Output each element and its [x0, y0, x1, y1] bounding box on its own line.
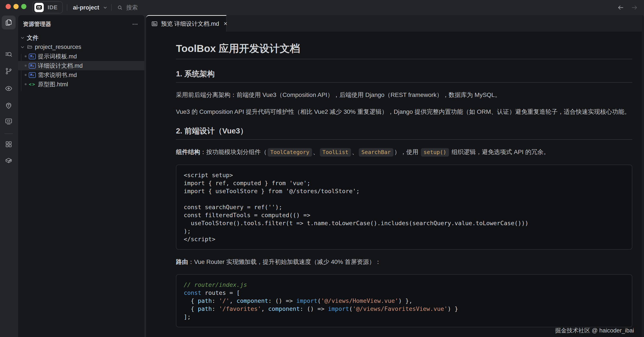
file-status-dot: [25, 83, 26, 85]
arrow-right-icon: [631, 4, 638, 11]
forward-button[interactable]: [630, 3, 639, 12]
tree-file-row[interactable]: M↓需求说明书.md: [18, 70, 144, 80]
chevron-down-icon: [20, 36, 25, 40]
sidebar-header: 资源管理器: [18, 15, 144, 32]
activity-extensions-button[interactable]: [2, 137, 16, 151]
file-tree: 文件project_resourcesM↓提示词模板.mdM↓详细设计文档.md…: [18, 33, 144, 89]
file-status-dot: [25, 55, 26, 57]
activity-search-button[interactable]: [2, 48, 16, 62]
code-line: { path: '/', component: () => import('@/…: [184, 297, 624, 305]
file-label: 需求说明书.md: [38, 71, 77, 79]
code-line: [184, 195, 624, 203]
chevron-down-icon: [20, 45, 25, 49]
titlebar-divider: [67, 4, 67, 11]
tree-file-row[interactable]: <>原型图.html: [18, 80, 144, 89]
code-line: import { useToolStore } from '@/stores/t…: [184, 187, 624, 195]
code-line: </script>: [184, 235, 624, 243]
activity-ai-preview-button[interactable]: [2, 81, 16, 95]
tree-folder-row[interactable]: 文件: [18, 33, 144, 42]
more-actions-button[interactable]: [132, 21, 138, 27]
activity-bar-divider: [4, 133, 13, 134]
git-branch-icon: [5, 67, 12, 75]
bold-text: 组件结构: [176, 149, 200, 155]
doc-paragraph: Vue3 的 Composition API 提升代码可维护性（相比 Vue2 …: [176, 107, 632, 116]
code-line: const filteredTools = computed(() =>: [184, 211, 624, 219]
code-line: <script setup>: [184, 171, 624, 179]
tab-bar: 预览 详细设计文档.md ×: [146, 15, 644, 31]
activity-remote-button[interactable]: [2, 114, 16, 128]
code-line: useToolStore().tools.filter(t => t.name.…: [184, 219, 624, 227]
doc-paragraph: 路由：Vue Router 实现懒加载，提升初始加载速度（减少 40% 首屏资源…: [176, 257, 632, 267]
markdown-file-icon: M↓: [29, 72, 36, 78]
file-label: 原型图.html: [38, 80, 68, 88]
preview-icon: [151, 20, 158, 27]
tab-close-button[interactable]: ×: [224, 20, 228, 27]
file-status-dot: [25, 65, 26, 67]
inline-code: ToolList: [320, 148, 351, 157]
doc-heading-h1: ToolBox 应用开发设计文档: [176, 42, 632, 59]
sidebar-title: 资源管理器: [23, 20, 51, 28]
code-line: // router/index.js: [184, 281, 624, 289]
file-status-dot: [25, 74, 26, 76]
tree-folder-row[interactable]: project_resources: [18, 42, 144, 52]
tree-file-row[interactable]: M↓详细设计文档.md: [18, 61, 144, 70]
tab-preview-design-doc[interactable]: 预览 详细设计文档.md ×: [146, 15, 226, 31]
markdown-file-icon: M↓: [29, 63, 36, 68]
bold-text: 路由: [176, 259, 188, 265]
file-label: 详细设计文档.md: [38, 62, 83, 70]
markdown-preview: ToolBox 应用开发设计文档1. 系统架构采用前后端分离架构：前端使用 Vu…: [146, 31, 642, 337]
project-switcher[interactable]: ai-project: [73, 3, 108, 12]
scrollbar-track[interactable]: [642, 15, 644, 337]
html-file-icon: <>: [29, 82, 36, 87]
chevron-down-icon: [103, 5, 108, 10]
activity-debug-button[interactable]: [2, 99, 16, 113]
activity-packages-button[interactable]: [2, 154, 16, 167]
markdown-file-icon: M↓: [29, 54, 36, 59]
tab-title: 预览 详细设计文档.md: [161, 20, 219, 28]
code-line: const routes = [: [184, 289, 624, 297]
code-line: );: [184, 227, 624, 235]
window-controls: [6, 4, 26, 9]
search-icon: [117, 5, 123, 10]
activity-explorer-button[interactable]: [2, 15, 16, 29]
code-line: ];: [184, 313, 624, 321]
search-button[interactable]: 搜索: [117, 3, 138, 12]
folder-open-icon: [27, 44, 33, 50]
doc-paragraph: 采用前后端分离架构：前端使用 Vue3（Composition API），后端使…: [176, 90, 632, 99]
code-line: import { ref, computed } from 'vue';: [184, 179, 624, 187]
package-box-icon: [5, 157, 12, 164]
app-logo-icon: [34, 3, 44, 12]
minimize-window-button[interactable]: [14, 4, 18, 9]
code-line: const searchQuery = ref('');: [184, 203, 624, 211]
close-window-button[interactable]: [6, 4, 11, 9]
titlebar-divider: [111, 4, 112, 11]
doc-paragraph: 组件结构：按功能模块划分组件（ToolCategory、ToolList、Sea…: [176, 148, 632, 157]
ellipsis-icon: [132, 21, 138, 27]
arrow-left-icon: [617, 4, 624, 11]
app-name-label: IDE: [48, 4, 58, 11]
search-label: 搜索: [126, 4, 138, 11]
code-block: // router/index.jsconst routes = [ { pat…: [176, 274, 632, 327]
search-filter-icon: [5, 51, 12, 59]
code-line: { path: '/favorites', component: () => i…: [184, 305, 624, 313]
explorer-sidebar: 资源管理器 文件project_resourcesM↓提示词模板.mdM↓详细设…: [18, 15, 144, 337]
inline-code: ToolCategory: [268, 148, 312, 157]
titlebar: IDE ai-project 搜索: [0, 0, 644, 15]
files-icon: [5, 18, 12, 26]
extensions-icon: [5, 140, 12, 148]
file-label: 文件: [27, 34, 38, 42]
back-button[interactable]: [616, 3, 625, 12]
code-block: <script setup>import { ref, computed } f…: [176, 165, 632, 250]
inline-code: SearchBar: [359, 148, 393, 157]
app-menu-button[interactable]: IDE: [32, 1, 63, 13]
activity-source-control-button[interactable]: [2, 64, 16, 78]
maximize-window-button[interactable]: [21, 4, 26, 9]
tree-file-row[interactable]: M↓提示词模板.md: [18, 52, 144, 61]
file-label: project_resources: [35, 44, 81, 50]
app-window: { "titlebar": { "app_name": "IDE", "proj…: [0, 0, 644, 337]
project-name-label: ai-project: [73, 4, 99, 11]
inline-code: setup(): [421, 148, 449, 157]
editor-panel: 预览 详细设计文档.md × ToolBox 应用开发设计文档1. 系统架构采用…: [146, 15, 644, 337]
bug-shield-icon: [5, 102, 12, 110]
doc-heading-h2: 2. 前端设计（Vue3）: [176, 126, 632, 140]
